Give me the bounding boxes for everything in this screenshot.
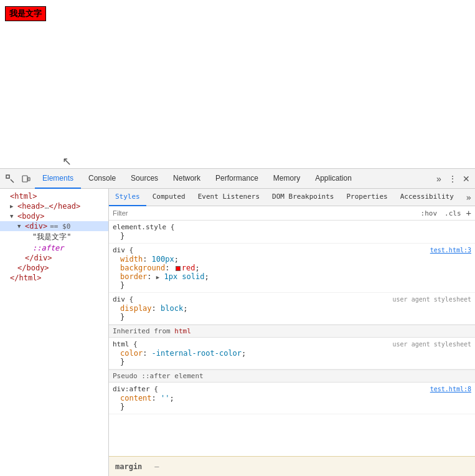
div-ua-selector-line: div { user agent stylesheet <box>113 295 471 303</box>
close-devtools-icon[interactable]: ✕ <box>460 173 473 185</box>
tree-arrow: ▼ <box>10 213 17 219</box>
html-ua-source: user agent stylesheet <box>393 341 471 348</box>
tree-row-html[interactable]: <html> <box>0 191 108 201</box>
tab-accessibility[interactable]: Accessibility <box>394 189 460 206</box>
filter-buttons: :hov .cls + <box>418 208 471 218</box>
div-background-rule: background: red; <box>113 264 471 272</box>
tab-console[interactable]: Console <box>81 169 123 189</box>
div-style-block: div { test.html:3 width: 100px; backgrou… <box>109 244 475 293</box>
color-swatch[interactable] <box>176 266 181 271</box>
styles-panel: Styles Computed Event Listeners DOM Brea… <box>109 189 475 476</box>
devtools-toolbar: Elements Console Sources Network Perform… <box>0 169 475 189</box>
secondary-tabs: Styles Computed Event Listeners DOM Brea… <box>109 189 475 206</box>
cursor-icon: ↖ <box>62 155 70 166</box>
svg-rect-2 <box>22 176 27 182</box>
tab-memory[interactable]: Memory <box>266 169 308 189</box>
html-ua-selector-line: html { user agent stylesheet <box>113 340 471 348</box>
elements-panel: <html> ▶ <head>…</head> ▼ <body> ▼ <div>… <box>0 189 109 476</box>
tab-network[interactable]: Network <box>166 169 208 189</box>
toolbar-right: » ⋮ ✕ <box>431 173 473 185</box>
div-ua-close: } <box>113 313 471 321</box>
tree-row-close-body[interactable]: </body> <box>0 263 108 273</box>
tree-row-close-html[interactable]: </html> <box>0 273 108 283</box>
svg-rect-3 <box>28 178 30 181</box>
element-style-block: element.style { } <box>109 221 475 244</box>
tab-computed[interactable]: Computed <box>146 189 192 206</box>
tab-sources[interactable]: Sources <box>123 169 166 189</box>
element-style-close: } <box>113 232 471 240</box>
inspect-element-icon[interactable] <box>2 171 17 186</box>
tab-styles[interactable]: Styles <box>109 189 146 206</box>
div-style-close: } <box>113 281 471 290</box>
filter-input[interactable] <box>113 209 418 217</box>
div-selector-line: div { test.html:3 <box>113 246 471 254</box>
tree-arrow: ▶ <box>10 203 17 209</box>
styles-content: element.style { } div { test.html:3 widt… <box>109 221 475 456</box>
div-display-rule: display: block; <box>113 304 471 313</box>
page-content: 我是文字 ↖ <box>0 0 475 168</box>
devtools-panel: Elements Console Sources Network Perform… <box>0 168 475 476</box>
device-toggle-icon[interactable] <box>19 171 34 186</box>
inherited-section-header: Inherited from html <box>109 325 475 338</box>
hov-button[interactable]: :hov <box>418 209 440 218</box>
div-after-selector-line: div:after { test.html:8 <box>113 385 471 393</box>
tab-application[interactable]: Application <box>308 169 359 189</box>
div-after-source-link[interactable]: test.html:8 <box>430 386 471 393</box>
add-style-button[interactable]: + <box>466 208 471 218</box>
tree-row-text[interactable]: "我是文字" <box>0 231 108 243</box>
html-ua-style-block: html { user agent stylesheet color: -int… <box>109 338 475 369</box>
div-source-link[interactable]: test.html:3 <box>430 247 471 254</box>
div-border-rule: border: ▶ 1px solid; <box>113 272 471 281</box>
div-after-close: } <box>113 402 471 411</box>
pseudo-section-header: Pseudo ::after element <box>109 369 475 383</box>
tree-row-div[interactable]: ▼ <div> == $0 <box>0 221 108 231</box>
tree-row-after[interactable]: ::after <box>0 243 108 253</box>
element-style-selector: element.style { <box>113 223 471 231</box>
tab-elements[interactable]: Elements <box>35 169 81 189</box>
more-options-icon[interactable]: ⋮ <box>446 173 459 185</box>
div-after-content-rule: content: ''; <box>113 394 471 402</box>
tree-row-close-div[interactable]: </div> <box>0 253 108 263</box>
div-width-rule: width: 100px; <box>113 255 471 264</box>
div-after-style-block: div:after { test.html:8 content: ''; } <box>109 383 475 414</box>
html-color-rule: color: -internal-root-color; <box>113 349 471 358</box>
tab-performance[interactable]: Performance <box>208 169 266 189</box>
div-ua-style-block: div { user agent stylesheet display: blo… <box>109 293 475 325</box>
tab-dom-breakpoints[interactable]: DOM Breakpoints <box>266 189 340 206</box>
tab-properties[interactable]: Properties <box>340 189 393 206</box>
tab-event-listeners[interactable]: Event Listeners <box>192 189 266 206</box>
box-model-bar: margin – <box>109 456 475 476</box>
box-model-dash: – <box>154 462 159 471</box>
svg-rect-0 <box>6 175 9 178</box>
box-model-label: margin <box>115 462 142 471</box>
red-box-element: 我是文字 <box>5 6 46 21</box>
tree-arrow: ▼ <box>17 223 25 229</box>
svg-line-1 <box>11 179 14 183</box>
devtools-body: <html> ▶ <head>…</head> ▼ <body> ▼ <div>… <box>0 189 475 476</box>
tree-row-head[interactable]: ▶ <head>…</head> <box>0 201 108 211</box>
cls-button[interactable]: .cls <box>442 209 464 218</box>
devtools-tabs: Elements Console Sources Network Perform… <box>35 169 431 189</box>
more-secondary-tabs-icon[interactable]: » <box>463 193 475 202</box>
more-tabs-icon[interactable]: » <box>433 173 445 185</box>
filter-bar: :hov .cls + <box>109 206 475 221</box>
html-ua-close: } <box>113 358 471 366</box>
ua-stylesheet-label: user agent stylesheet <box>393 296 471 303</box>
tree-row-body[interactable]: ▼ <body> <box>0 211 108 221</box>
